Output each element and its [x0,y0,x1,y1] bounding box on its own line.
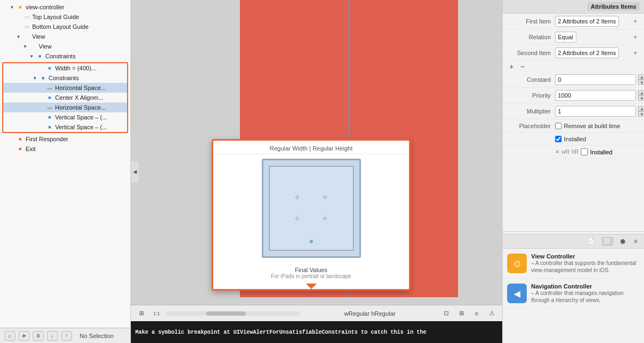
frame-btn[interactable]: ⊡ [440,308,452,320]
sidebar-item-width[interactable]: ■ Width = (400)... [3,63,127,73]
sidebar-label-width: Width = (400)... [55,65,97,71]
sidebar-label-constraints-inner: Constraints [49,75,79,81]
popup-arrow [306,284,317,289]
disclosure-h-space-2 [38,104,45,111]
sidebar-item-h-space-2[interactable]: ▬ Horizontal Space... [3,103,127,112]
x-btn[interactable]: ✕ [555,149,559,155]
sidebar-label-h-space-1: Horizontal Space... [55,85,106,91]
minus-constraint-btn[interactable]: − [518,62,527,71]
sidebar-item-exit[interactable]: ■ Exit [0,144,130,154]
search-btn[interactable]: ⌕ [4,331,15,341]
ipad-inner: + + + + [269,166,354,251]
canvas-toolbar-right: ⊡ ⊞ ≡ ⚠ [440,308,498,320]
popup-header: Regular Width | Regular Height [213,141,409,154]
step-down-btn[interactable]: ↓ [47,331,58,341]
installed-label: Installed [564,136,586,142]
first-item-select[interactable]: 2 Attributes of 2 Items [555,16,619,27]
constant-down[interactable]: ▼ [638,80,644,85]
sidebar-item-h-space-1[interactable]: ▬ Horizontal Space... [3,83,127,93]
panel-divider [503,231,644,232]
installed-checkbox[interactable] [555,136,562,142]
attr-row-wr-nr: ✕ wR hR Installed [503,146,644,159]
second-item-select-wrapper: 2 Attributes of 2 Items [555,47,640,58]
sidebar-item-v-space-1[interactable]: ■ Vertical Space – (... [3,112,127,122]
relation-control: Equal [555,32,640,43]
sidebar-item-constraints-inner[interactable]: ■ Constraints [3,73,127,83]
debug-text: Make a symbolic breakpoint at UIViewAler… [135,329,426,335]
constant-stepper: ▲ ▼ [638,74,644,85]
priority-control: ▲ ▼ [555,90,644,101]
first-item-select-wrapper: 2 Attributes of 2 Items [555,16,640,27]
priority-up[interactable]: ▲ [638,90,644,95]
disclosure-view-controller[interactable] [9,4,15,10]
sidebar-item-center-x[interactable]: ■ Center X Alignm... [3,93,127,103]
h-space-2-icon: ▬ [46,104,53,111]
first-responder-icon: ■ [16,135,24,143]
constant-up[interactable]: ▲ [638,74,644,80]
tab-objects[interactable]: ⬜ [601,237,613,246]
tab-file[interactable]: 📄 [585,237,597,246]
attributes-panel: First Item 2 Attributes of 2 Items Relat… [503,14,644,229]
relation-select[interactable]: Equal [555,32,576,43]
multiplier-down[interactable]: ▼ [638,111,644,117]
nav-icon-char: ◀ [514,288,520,299]
priority-stepper: ▲ ▼ [638,90,644,101]
objects-panel: 📄 ⬜ ◉ ≡ ⊙ View Controller – A controller… [503,234,644,343]
sidebar-item-constraints-outer[interactable]: ■ Constraints [0,51,130,61]
canvas-area: ◀ Regular Width | Regular Height [131,0,502,343]
disclosure-constraints-inner[interactable] [32,75,38,81]
tab-attributes[interactable]: Attributes Items [587,2,640,11]
constraint-btn[interactable]: ⊞ [455,308,467,320]
attr-row-relation: Relation Equal [503,29,644,45]
red-border-box: ■ Width = (400)... ■ Constraints ▬ Horiz… [2,62,128,133]
canvas-view-btn[interactable]: ⊞ [135,308,147,320]
sidebar-label-h-space-2: Horizontal Space... [55,104,106,111]
object-item-nav-controller[interactable]: ◀ Navigation Controller – A controller t… [503,279,644,309]
canvas-content: Regular Width | Regular Height + + + [131,0,502,305]
constraints-inner-icon: ■ [39,74,47,82]
align-btn[interactable]: ≡ [471,308,483,320]
sidebar-item-view-controller[interactable]: ■ view-controller [0,2,130,12]
attr-row-first-item: First Item 2 Attributes of 2 Items [503,14,644,29]
constant-input[interactable] [555,74,636,85]
sidebar-item-first-responder[interactable]: ■ First Responder [0,134,130,144]
popup-footer: Final Values For iPads in portrait or la… [213,262,409,284]
disclosure-view-inner[interactable] [22,43,28,50]
second-item-control: 2 Attributes of 2 Items [555,47,640,58]
arrow-btn[interactable]: ➤ [19,331,29,341]
step-up-btn[interactable]: ↑ [61,331,72,341]
h-scrollbar[interactable] [166,311,300,316]
disclosure-constraints-outer[interactable] [28,53,35,59]
sidebar-item-view-inner[interactable]: View [0,41,130,51]
wr-label: wR [562,149,569,155]
object-item-view-controller[interactable]: ⊙ View Controller – A controller that su… [503,249,644,279]
pause-btn[interactable]: ⏸ [33,331,44,341]
sidebar-label-view-outer: View [32,33,45,40]
priority-down[interactable]: ▼ [638,95,644,101]
multiplier-up[interactable]: ▲ [638,106,644,111]
issues-btn[interactable]: ⚠ [486,308,498,320]
add-constraint-btn[interactable]: + [507,62,516,71]
debug-bar: Make a symbolic breakpoint at UIViewAler… [131,321,502,343]
tab-list[interactable]: ≡ [632,237,640,246]
objects-header: 📄 ⬜ ◉ ≡ [503,234,644,249]
tree-view: ■ view-controller ▭ Top Layout Guide ▭ B… [0,0,130,328]
h-scrollbar-thumb[interactable] [206,311,246,316]
sidebar-item-v-space-2[interactable]: ■ Vertical Space – (... [3,122,127,132]
tab-circle[interactable]: ◉ [618,237,628,246]
wr-nr-installed-checkbox[interactable] [581,148,588,155]
canvas-zoom-btn[interactable]: 1:1 [151,308,162,320]
sidebar-collapse-btn[interactable]: ◀ [131,161,139,183]
vc-object-desc: – A controller that supports the fundame… [531,260,640,274]
multiplier-input[interactable] [555,106,636,117]
main-layout: ■ view-controller ▭ Top Layout Guide ▭ B… [0,0,644,343]
sidebar-item-top-layout[interactable]: ▭ Top Layout Guide [0,12,130,22]
priority-input[interactable] [555,90,636,101]
sidebar-item-bottom-layout[interactable]: ▭ Bottom Layout Guide [0,22,130,32]
disclosure-view-outer[interactable] [15,33,22,40]
width-icon: ■ [46,64,53,72]
second-item-select[interactable]: 2 Attributes of 2 Items [555,47,619,58]
remove-build-checkbox[interactable] [555,123,562,129]
disclosure-h-space-1 [38,85,45,91]
sidebar-item-view-outer[interactable]: View [0,32,130,41]
